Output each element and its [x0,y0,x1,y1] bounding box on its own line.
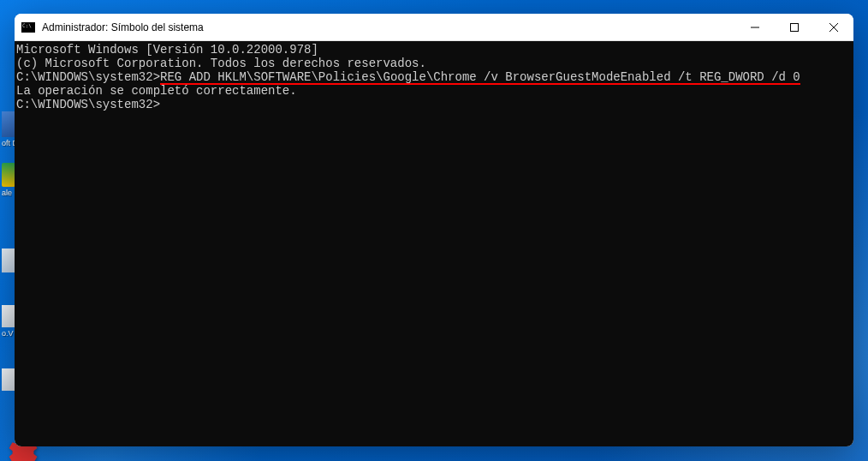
command-text: REG ADD HKLM\SOFTWARE\Policies\Google\Ch… [160,70,800,84]
terminal-line: La operación se completó correctamente. [16,84,848,98]
svg-rect-1 [791,23,799,31]
desktop-icon[interactable]: oft D [2,111,15,153]
terminal-line: Microsoft Windows [Versión 10.0.22000.97… [16,43,848,57]
terminal-line: (c) Microsoft Corporation. Todos los der… [16,57,848,70]
highlighted-command: REG ADD HKLM\SOFTWARE\Policies\Google\Ch… [160,70,800,84]
app-icon [2,368,15,391]
desktop-icon[interactable]: o.V [2,305,15,346]
maximize-button[interactable] [775,14,814,40]
prompt: C:\WINDOWS\system32> [16,70,160,84]
minimize-button[interactable] [735,14,775,40]
desktop-icon[interactable]: ale [2,163,15,204]
desktop-icon-label: o.V [2,329,14,338]
red-underline-annotation [160,83,800,85]
cmd-window: Administrador: Símbolo del sistema Micro… [15,14,853,446]
app-icon [2,248,15,272]
desktop-icon[interactable] [2,368,15,410]
window-controls [735,14,853,40]
app-icon [2,111,15,137]
app-icon [2,163,15,187]
titlebar[interactable]: Administrador: Símbolo del sistema [15,14,853,41]
window-title: Administrador: Símbolo del sistema [42,21,735,33]
close-button[interactable] [814,14,853,40]
desktop-icon-label: ale [2,189,12,197]
app-icon [2,305,15,327]
terminal-body[interactable]: Microsoft Windows [Versión 10.0.22000.97… [15,41,853,446]
desktop-icon[interactable] [2,248,15,290]
terminal-prompt-line: C:\WINDOWS\system32> [16,98,848,111]
terminal-command-line: C:\WINDOWS\system32>REG ADD HKLM\SOFTWAR… [16,70,848,84]
cmd-icon [21,22,35,33]
